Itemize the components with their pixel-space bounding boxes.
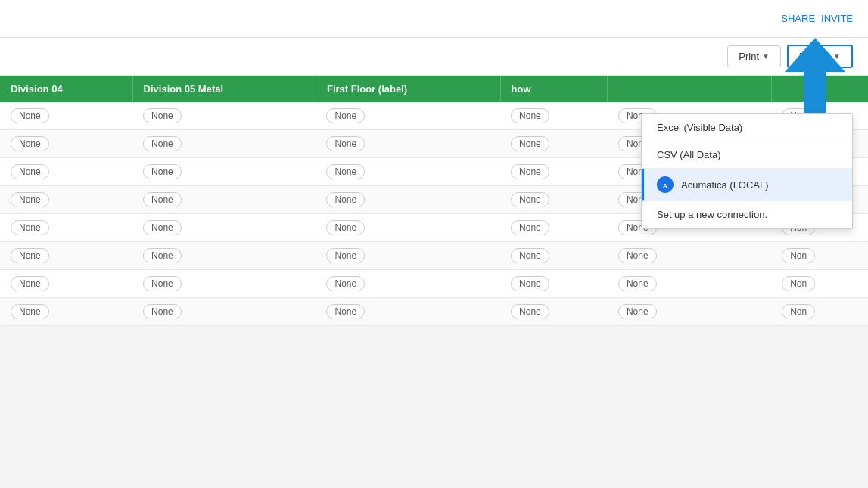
none-badge: None xyxy=(326,220,365,235)
none-badge: None xyxy=(143,304,182,319)
none-badge: None xyxy=(143,164,182,179)
none-badge: None xyxy=(511,248,549,263)
dropdown-setup[interactable]: Set up a new connection. xyxy=(642,201,852,228)
none-badge: None xyxy=(511,304,549,319)
table-cell: None xyxy=(608,270,771,298)
table-cell: Non xyxy=(771,270,868,298)
table-cell: None xyxy=(316,214,500,242)
table-cell: None xyxy=(500,130,608,158)
none-badge: None xyxy=(511,164,549,179)
table-cell: Non xyxy=(771,242,868,270)
none-badge: Non xyxy=(782,276,815,291)
col-6 xyxy=(771,76,868,102)
col-div04: Division 04 xyxy=(0,76,132,102)
table-row: NoneNoneNoneNoneNoneNon xyxy=(0,298,868,326)
dropdown-acumatica[interactable]: A Acumatica (LOCAL) xyxy=(642,169,852,201)
acumatica-icon: A xyxy=(657,176,674,193)
export-dropdown: Excel (Visible Data) CSV (All Data) A Ac… xyxy=(641,113,853,229)
toolbar: Print ▼ Export ▼ Excel (Visible Data) CS… xyxy=(0,38,868,76)
none-badge: Non xyxy=(782,248,815,263)
table-cell: None xyxy=(316,298,500,326)
none-badge: None xyxy=(143,248,182,263)
none-badge: None xyxy=(326,136,365,151)
col-firstfloor: First Floor (label) xyxy=(316,76,500,102)
none-badge: None xyxy=(511,220,549,235)
none-badge: None xyxy=(11,136,49,151)
top-bar: SHARE INVITE xyxy=(0,0,868,38)
none-badge: None xyxy=(143,276,182,291)
table-cell: None xyxy=(316,186,500,214)
none-badge: None xyxy=(11,304,49,319)
none-badge: None xyxy=(143,108,182,123)
none-badge: None xyxy=(326,192,365,207)
table-cell: None xyxy=(500,214,608,242)
table-cell: None xyxy=(132,186,316,214)
dropdown-excel[interactable]: Excel (Visible Data) xyxy=(642,114,852,141)
table-cell: None xyxy=(500,242,608,270)
table-cell: None xyxy=(132,242,316,270)
col-5 xyxy=(608,76,771,102)
none-badge: None xyxy=(326,276,365,291)
table-header-row: Division 04 Division 05 Metal First Floo… xyxy=(0,76,868,102)
top-bar-actions: SHARE INVITE xyxy=(781,13,853,24)
table-cell: None xyxy=(500,102,608,130)
table-cell: None xyxy=(316,158,500,186)
table-cell: None xyxy=(132,214,316,242)
table-cell: None xyxy=(132,270,316,298)
export-button[interactable]: Export ▼ xyxy=(787,45,853,68)
none-badge: None xyxy=(11,192,49,207)
none-badge: None xyxy=(143,220,182,235)
toolbar-buttons: Print ▼ Export ▼ xyxy=(727,45,853,68)
table-cell: None xyxy=(132,298,316,326)
export-caret: ▼ xyxy=(833,52,841,61)
table-cell: None xyxy=(500,186,608,214)
none-badge: None xyxy=(143,136,182,151)
table-cell: Non xyxy=(771,298,868,326)
none-badge: None xyxy=(618,304,657,319)
col-div05: Division 05 Metal xyxy=(132,76,316,102)
table-row: NoneNoneNoneNoneNoneNon xyxy=(0,242,868,270)
none-badge: Non xyxy=(782,304,815,319)
table-cell: None xyxy=(0,130,132,158)
none-badge: None xyxy=(326,108,365,123)
table-cell: None xyxy=(316,270,500,298)
none-badge: None xyxy=(11,276,49,291)
table-cell: None xyxy=(316,102,500,130)
none-badge: None xyxy=(326,164,365,179)
table-cell: None xyxy=(0,102,132,130)
table-cell: None xyxy=(0,158,132,186)
col-how: how xyxy=(500,76,608,102)
table-cell: None xyxy=(316,242,500,270)
table-cell: None xyxy=(608,242,771,270)
table-cell: None xyxy=(0,214,132,242)
none-badge: None xyxy=(11,248,49,263)
none-badge: None xyxy=(326,248,365,263)
none-badge: None xyxy=(511,192,549,207)
none-badge: None xyxy=(511,108,549,123)
table-cell: None xyxy=(500,158,608,186)
none-badge: None xyxy=(511,276,549,291)
none-badge: None xyxy=(618,248,657,263)
print-caret: ▼ xyxy=(762,52,770,61)
table-cell: None xyxy=(316,130,500,158)
none-badge: None xyxy=(11,220,49,235)
table-cell: None xyxy=(0,298,132,326)
share-link[interactable]: SHARE xyxy=(781,13,815,24)
table-cell: None xyxy=(0,242,132,270)
invite-link[interactable]: INVITE xyxy=(821,13,853,24)
table-cell: None xyxy=(132,130,316,158)
none-badge: None xyxy=(326,304,365,319)
dropdown-csv[interactable]: CSV (All Data) xyxy=(642,141,852,169)
table-cell: None xyxy=(132,102,316,130)
table-row: NoneNoneNoneNoneNoneNon xyxy=(0,270,868,298)
none-badge: None xyxy=(11,108,49,123)
none-badge: None xyxy=(11,164,49,179)
table-cell: None xyxy=(132,158,316,186)
table-cell: None xyxy=(500,298,608,326)
print-label: Print xyxy=(739,51,759,62)
print-button[interactable]: Print ▼ xyxy=(727,45,781,67)
svg-text:A: A xyxy=(663,182,667,189)
table-cell: None xyxy=(0,186,132,214)
table-cell: None xyxy=(500,270,608,298)
none-badge: None xyxy=(511,136,549,151)
